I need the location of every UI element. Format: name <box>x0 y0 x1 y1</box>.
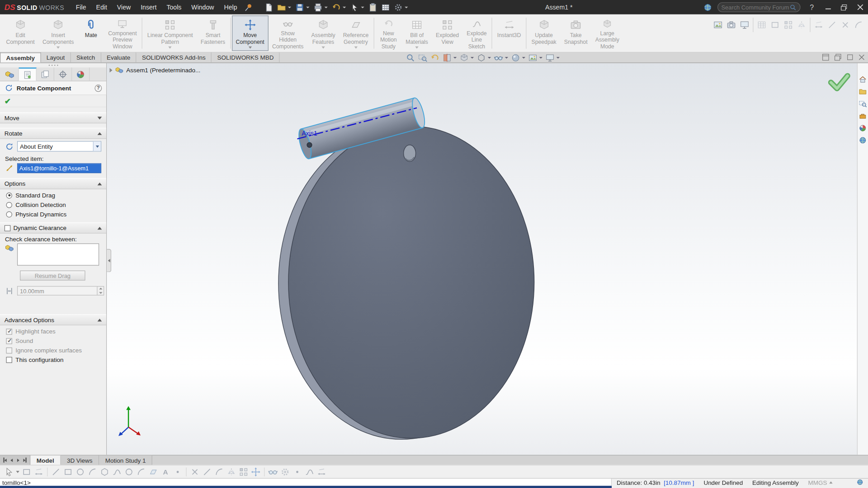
menu-window[interactable]: Window <box>186 0 219 14</box>
spline-icon[interactable] <box>112 467 122 477</box>
clearance-components-list[interactable] <box>17 244 99 266</box>
section-view-icon[interactable] <box>442 53 452 63</box>
linear-component-pattern-button[interactable]: Linear Component Pattern <box>143 15 197 51</box>
quick-tool-icon-6[interactable] <box>827 20 837 30</box>
print-icon[interactable] <box>313 3 323 12</box>
help-button[interactable]: ? <box>804 0 820 14</box>
previous-view-icon[interactable] <box>430 53 439 63</box>
bill-of-materials-button[interactable]: Bill of Materials <box>402 15 432 51</box>
large-assembly-mode-button[interactable]: Large Assembly Mode <box>591 15 623 51</box>
chevron-down-icon[interactable] <box>488 57 491 59</box>
update-speedpak-button[interactable]: Update Speedpak <box>528 15 560 51</box>
explode-line-sketch-button[interactable]: Explode Line Sketch <box>463 15 491 51</box>
pin-menu-icon[interactable] <box>244 3 253 12</box>
close-button[interactable] <box>852 0 868 14</box>
confirmation-corner-ok[interactable] <box>831 76 848 89</box>
clipboard-icon[interactable] <box>368 3 378 12</box>
zoom-to-fit-icon[interactable] <box>406 53 415 63</box>
select-icon[interactable] <box>4 467 14 477</box>
sketch-icon[interactable] <box>22 467 32 477</box>
select-dropdown[interactable] <box>361 6 364 8</box>
capture-view-icon[interactable] <box>713 20 723 30</box>
fillet-icon[interactable] <box>136 467 146 477</box>
ellipse-icon[interactable] <box>124 467 134 477</box>
panel-grip[interactable] <box>0 63 106 68</box>
chevron-down-icon[interactable] <box>471 57 474 59</box>
chevron-down-icon[interactable] <box>522 57 525 59</box>
3d-scene[interactable]: Axis1 <box>107 63 857 455</box>
arc-icon[interactable] <box>87 467 97 477</box>
move-component-button[interactable]: Move Component <box>232 15 268 51</box>
new-window-icon[interactable] <box>822 54 829 61</box>
feature-tree-root[interactable]: Assem1 (Predeterminado... <box>109 66 200 74</box>
graphics-area[interactable]: Axis1 Assem1 (Predeterminado... <box>107 63 857 455</box>
chevron-down-icon[interactable] <box>539 57 542 59</box>
tab-sketch[interactable]: Sketch <box>71 52 101 62</box>
tab-dimxpert-manager[interactable] <box>54 67 72 80</box>
video-record-icon[interactable] <box>740 20 750 30</box>
undo-dropdown[interactable] <box>343 6 346 8</box>
hide-show-items-icon[interactable] <box>494 53 503 63</box>
radio-standard-drag[interactable]: Standard Drag <box>0 189 106 199</box>
menu-file[interactable]: File <box>71 0 91 14</box>
appearances-icon[interactable] <box>859 124 867 132</box>
design-library-icon[interactable] <box>859 87 867 95</box>
text-icon[interactable] <box>160 467 170 477</box>
linear-pattern-icon[interactable] <box>239 467 249 477</box>
show-hidden-components-button[interactable]: Show Hidden Components <box>268 15 307 51</box>
quick-tool-icon-2[interactable] <box>770 20 780 30</box>
mirror-entities-icon[interactable] <box>226 467 236 477</box>
checkbox-this-configuration[interactable]: This configuration <box>0 353 106 363</box>
display-relations-icon[interactable] <box>268 467 278 477</box>
scroll-next-icon[interactable] <box>15 457 21 463</box>
point-icon[interactable] <box>173 467 183 477</box>
view-grid-icon[interactable] <box>381 3 391 12</box>
cascade-windows-icon[interactable] <box>834 54 841 61</box>
section-advanced-options[interactable]: Advanced Options <box>0 314 106 325</box>
quick-tool-icon-4[interactable] <box>797 20 807 30</box>
save-icon[interactable] <box>295 3 305 12</box>
edit-appearance-icon[interactable] <box>511 53 520 63</box>
instant2d-icon[interactable] <box>316 467 326 477</box>
smart-dimension-icon[interactable] <box>34 467 44 477</box>
search-box[interactable] <box>717 2 801 12</box>
insert-components-button[interactable]: Insert Components <box>38 15 78 51</box>
new-document-icon[interactable] <box>264 3 274 12</box>
tab-configuration-manager[interactable] <box>37 67 54 80</box>
scroll-last-icon[interactable] <box>22 457 28 463</box>
section-dynamic-clearance[interactable]: Dynamic Clearance <box>0 222 106 233</box>
chevron-down-icon[interactable] <box>505 57 508 59</box>
chevron-down-icon[interactable] <box>557 57 560 59</box>
smart-fasteners-button[interactable]: Smart Fasteners <box>197 15 229 51</box>
quick-snaps-icon[interactable] <box>292 467 302 477</box>
panel-collapse-handle[interactable] <box>107 249 111 272</box>
assembly-features-button[interactable]: Assembly Features <box>307 15 339 51</box>
quick-tool-icon-8[interactable] <box>854 20 863 30</box>
move-entities-icon[interactable] <box>251 467 261 477</box>
mate-button[interactable]: Mate <box>78 15 104 51</box>
tab-solidworks-addins[interactable]: SOLIDWORKS Add-Ins <box>137 52 212 62</box>
options-gear-icon[interactable] <box>394 3 403 12</box>
dynamic-clearance-checkbox[interactable] <box>5 225 10 231</box>
view-settings-icon[interactable] <box>545 53 555 63</box>
toolbox-icon[interactable] <box>859 112 867 120</box>
rectangle-icon[interactable] <box>63 467 73 477</box>
clearance-value-input[interactable] <box>17 286 97 296</box>
open-icon[interactable] <box>277 3 287 12</box>
open-dropdown[interactable] <box>288 6 291 8</box>
resume-drag-button[interactable]: Resume Drag <box>20 271 85 281</box>
restore-button[interactable] <box>836 0 852 14</box>
quick-tool-icon-3[interactable] <box>783 20 793 30</box>
print-dropdown[interactable] <box>325 6 328 8</box>
undo-icon[interactable] <box>332 3 341 12</box>
chevron-down-icon[interactable] <box>16 471 19 473</box>
radio-physical-dynamics[interactable]: Physical Dynamics <box>0 208 106 217</box>
exploded-view-button[interactable]: Exploded View <box>432 15 463 51</box>
menu-edit[interactable]: Edit <box>91 0 112 14</box>
new-motion-study-button[interactable]: New Motion Study <box>375 15 402 51</box>
tab-display-manager[interactable] <box>72 67 90 80</box>
minimize-button[interactable] <box>820 0 836 14</box>
clearance-spinner[interactable] <box>97 286 104 296</box>
scroll-first-icon[interactable] <box>2 457 8 463</box>
tab-evaluate[interactable]: Evaluate <box>101 52 137 62</box>
